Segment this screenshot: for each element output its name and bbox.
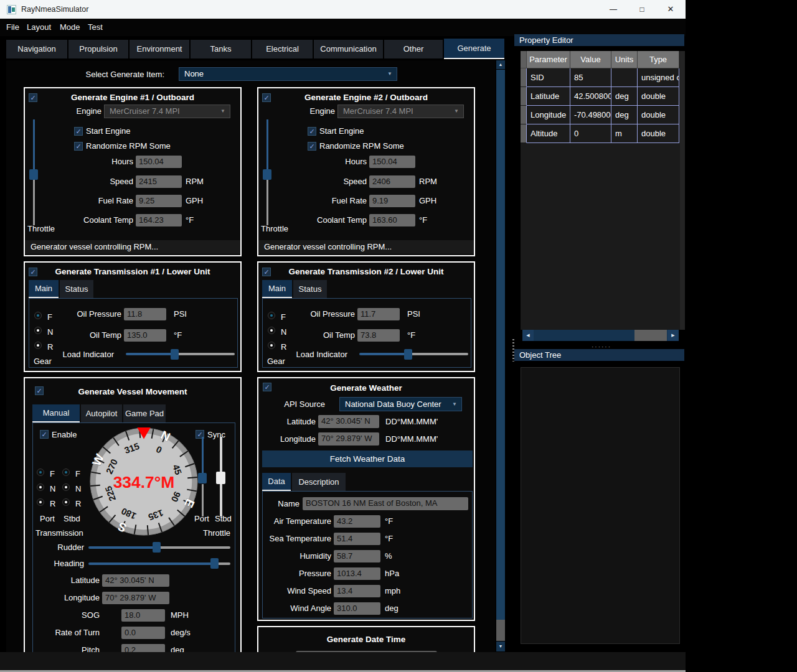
weather-lon-field[interactable]: 70° 29.879' W (318, 432, 379, 446)
tab-tanks[interactable]: Tanks (191, 40, 251, 58)
engine2-throttle-track[interactable] (266, 119, 268, 169)
vessel-port-throttle-handle[interactable] (198, 473, 207, 483)
column-header-parameter[interactable]: Parameter (527, 51, 570, 68)
engine2-throttle-handle[interactable] (263, 169, 271, 180)
vessel-tab-manual[interactable]: Manual (32, 404, 80, 422)
horizontal-scrollbar-thumb[interactable] (634, 330, 667, 341)
table-row[interactable]: SID85unsigned ch (521, 68, 680, 87)
weather-name-field[interactable]: BOSTON 16 NM East of Boston, MA (303, 497, 468, 510)
vessel-sog-field[interactable]: 18.0 (121, 609, 165, 622)
trans2-oilpressure-field[interactable]: 11.7 (357, 308, 400, 320)
tab-electrical[interactable]: Electrical (252, 40, 313, 58)
title-bar[interactable]: RayNmeaSimulator — □ ✕ (0, 0, 686, 19)
weather-windspeed-field[interactable]: 13.4 (334, 585, 380, 597)
column-header-value[interactable]: Value (570, 51, 611, 68)
vessel-port-gear-f-radio[interactable] (37, 469, 44, 475)
column-header-units[interactable]: Units (611, 51, 638, 68)
menu-mode[interactable]: Mode (60, 19, 80, 36)
menu-file[interactable]: File (6, 19, 19, 36)
maximize-button[interactable]: □ (628, 0, 656, 19)
trans2-oiltemp-field[interactable]: 73.8 (357, 329, 400, 342)
table-cell[interactable] (611, 68, 638, 87)
table-cell[interactable]: double (638, 106, 679, 124)
vessel-port-throttle-track[interactable] (202, 437, 204, 473)
table-cell[interactable]: 0 (570, 124, 611, 143)
weather-humidity-field[interactable]: 58.7 (334, 550, 380, 562)
engine2-speed-field[interactable]: 2406 (369, 175, 415, 188)
engine1-fuelrate-field[interactable]: 9.25 (136, 195, 182, 207)
engine1-start-checkbox[interactable]: ✓ (74, 127, 83, 136)
vessel-rot-field[interactable]: 0.0 (121, 627, 165, 639)
engine2-throttle-track[interactable] (266, 180, 268, 225)
engine1-randomize-checkbox[interactable]: ✓ (74, 142, 83, 151)
tab-navigation[interactable]: Navigation (6, 40, 67, 58)
engine2-engine-combobox[interactable]: MerCruiser 7.4 MPI ▼ (337, 105, 464, 118)
table-cell[interactable]: m (611, 124, 638, 143)
trans1-oilpressure-field[interactable]: 11.8 (124, 308, 166, 320)
object-tree-header[interactable]: Object Tree (514, 349, 684, 361)
vessel-tab-autopilot[interactable]: Autopilot (81, 404, 122, 422)
engine2-randomize-checkbox[interactable]: ✓ (308, 142, 316, 151)
vertical-scrollbar-thumb[interactable] (496, 70, 505, 620)
scrollbar-right-icon[interactable]: ▶ (667, 330, 679, 341)
table-cell[interactable]: -70.498000 (570, 106, 611, 124)
trans1-oiltemp-field[interactable]: 135.0 (124, 329, 166, 342)
trans2-gear-r-radio[interactable] (268, 342, 275, 348)
engine1-hours-field[interactable]: 150.04 (136, 156, 182, 168)
trans1-gear-r-radio[interactable] (35, 342, 41, 348)
trans2-load-slider[interactable] (359, 353, 408, 355)
weather-api-combobox[interactable]: National Data Buoy Center ▼ (339, 397, 462, 411)
trans1-load-slider[interactable] (126, 353, 174, 355)
weather-airtemp-field[interactable]: 43.2 (334, 515, 380, 528)
table-cell[interactable]: 85 (570, 68, 611, 87)
table-cell[interactable]: deg (611, 87, 638, 106)
horizontal-scrollbar[interactable]: ◀ ▶ (522, 330, 679, 341)
tab-propulsion[interactable]: Propulsion (68, 40, 128, 58)
vessel-port-throttle-track[interactable] (202, 484, 204, 516)
select-generate-item-combobox[interactable]: None ▼ (179, 67, 397, 81)
table-cell[interactable]: SID (527, 68, 570, 87)
vessel-port-gear-r-radio[interactable] (37, 499, 44, 505)
vessel-heading-handle[interactable] (210, 558, 219, 569)
vessel-rudder-slider[interactable] (155, 546, 230, 549)
trans1-tab-status[interactable]: Status (60, 280, 93, 298)
vessel-stbd-gear-n-radio[interactable] (63, 484, 69, 490)
vessel-heading-slider[interactable] (88, 562, 214, 565)
vessel-latitude-field[interactable]: 42° 30.045' N (102, 574, 169, 587)
engine1-engine-combobox[interactable]: MerCruiser 7.4 MPI ▼ (104, 105, 230, 118)
row-header[interactable] (521, 68, 527, 87)
tab-communication[interactable]: Communication (314, 40, 383, 58)
vertical-scrollbar-track[interactable] (496, 620, 505, 641)
engine2-fuelrate-field[interactable]: 9.19 (369, 195, 415, 207)
vessel-stbd-gear-f-radio[interactable] (63, 469, 69, 475)
engine2-coolant-field[interactable]: 163.60 (369, 214, 415, 226)
table-row[interactable]: Altitude0mdouble (521, 124, 680, 143)
tab-environment[interactable]: Environment (130, 40, 189, 58)
row-header[interactable] (521, 124, 527, 143)
engine1-speed-field[interactable]: 2415 (136, 175, 182, 188)
table-cell[interactable]: Longitude (527, 106, 570, 124)
weather-tab-data[interactable]: Data (262, 473, 291, 491)
vessel-tab-gamepad[interactable]: Game Pad (123, 404, 166, 422)
weather-pressure-field[interactable]: 1013.4 (334, 567, 380, 580)
scrollbar-down-icon[interactable]: ▼ (496, 642, 505, 651)
vessel-stbd-throttle-handle[interactable] (216, 472, 225, 484)
trans2-load-handle[interactable] (404, 349, 412, 360)
trans1-load-handle[interactable] (171, 349, 179, 360)
fetch-weather-data-button[interactable]: Fetch Weather Data (262, 450, 473, 467)
property-editor-header[interactable]: Property Editor (514, 34, 684, 46)
table-cell[interactable]: unsigned ch (638, 68, 679, 87)
table-cell[interactable]: Latitude (527, 87, 570, 106)
vessel-pitch-field[interactable]: 0.2 (121, 644, 165, 652)
compass-dial[interactable]: 04590135180225270315NESW334.7°M (88, 426, 200, 538)
vessel-longitude-field[interactable]: 70° 29.879' W (102, 592, 169, 604)
menu-test[interactable]: Test (88, 19, 103, 36)
vessel-rudder-handle[interactable] (153, 542, 161, 553)
row-header[interactable] (521, 106, 527, 124)
trans2-load-slider[interactable] (408, 353, 468, 355)
tab-other[interactable]: Other (384, 40, 443, 58)
trans1-load-slider[interactable] (174, 353, 235, 355)
vessel-enable-manual-checkbox[interactable]: ✓ (40, 430, 49, 439)
engine1-throttle-handle[interactable] (29, 169, 38, 180)
table-row[interactable]: Longitude-70.498000degdouble (521, 106, 680, 124)
